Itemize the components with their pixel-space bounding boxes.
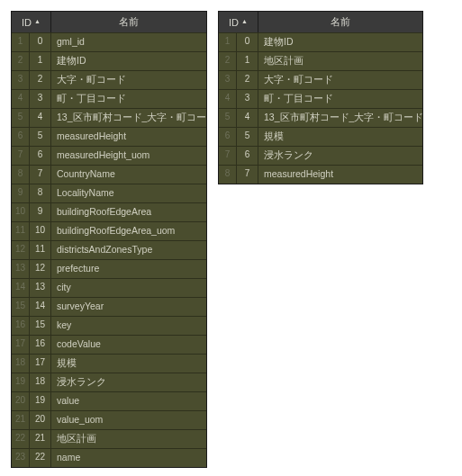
row-id: 17 [30,355,51,373]
row-id: 15 [30,317,51,335]
table-row[interactable]: 43町・丁目コード [219,89,422,108]
row-id: 10 [30,222,51,240]
row-id: 3 [30,90,51,108]
row-id: 5 [30,128,51,146]
row-name: districtsAndZonesType [51,241,206,259]
row-index: 8 [219,166,237,184]
row-id: 14 [30,298,51,316]
row-index: 4 [12,90,30,108]
table-row[interactable]: 1615key [12,316,206,335]
table-row[interactable]: 1110buildingRoofEdgeArea_uom [12,221,206,240]
row-index: 15 [12,298,30,316]
header-id[interactable]: ID ▲ [219,12,258,32]
row-id: 11 [30,241,51,259]
table-row[interactable]: 1312prefecture [12,259,206,278]
row-name: 大字・町コード [258,71,422,89]
row-id: 9 [30,203,51,221]
row-name: prefecture [51,260,206,278]
row-id: 4 [30,109,51,127]
row-name: buildingRoofEdgeArea_uom [51,222,206,240]
row-name: surveyYear [51,298,206,316]
row-name: 町・丁目コード [51,90,206,108]
table-header: ID ▲ 名前 [12,12,206,32]
row-index: 17 [12,336,30,354]
row-id: 13 [30,279,51,297]
row-id: 3 [237,90,258,108]
row-index: 6 [219,128,237,146]
table-row[interactable]: 21建物ID [12,51,206,70]
row-name: 浸水ランク [258,147,422,165]
row-name: value [51,392,206,410]
table-row[interactable]: 43町・丁目コード [12,89,206,108]
header-id[interactable]: ID ▲ [12,12,51,32]
table-row[interactable]: 65measuredHeight [12,127,206,146]
row-name: LocalityName [51,184,206,202]
row-index: 3 [12,71,30,89]
row-name: gml_id [51,33,206,51]
row-index: 16 [12,317,30,335]
row-index: 22 [12,430,30,448]
row-name: 建物ID [51,52,206,70]
row-index: 10 [12,203,30,221]
row-name: 浸水ランク [51,373,206,391]
header-name[interactable]: 名前 [51,12,206,32]
header-name[interactable]: 名前 [258,12,422,32]
table-row[interactable]: 2120value_uom [12,410,206,429]
row-name: key [51,317,206,335]
table-row[interactable]: 2322name [12,448,206,467]
header-name-label: 名前 [331,16,350,27]
table-row[interactable]: 98LocalityName [12,184,206,202]
tables-wrapper: ID ▲ 名前 10gml_id21建物ID32大字・町コード43町・丁目コード… [11,11,462,468]
table-row[interactable]: 5413_区市町村コード_大字・町コード_町・丁目コード [219,108,422,127]
row-id: 21 [30,430,51,448]
row-index: 21 [12,411,30,429]
table-row[interactable]: 1918浸水ランク [12,373,206,391]
table-row[interactable]: 76measuredHeight_uom [12,146,206,165]
table-row[interactable]: 32大字・町コード [12,70,206,89]
table-row[interactable]: 2221地区計画 [12,429,206,448]
table-row[interactable]: 1716codeValue [12,335,206,354]
field-table-right: ID ▲ 名前 10建物ID21地区計画32大字・町コード43町・丁目コード54… [218,11,423,184]
table-row[interactable]: 2019value [12,391,206,410]
row-name: measuredHeight [51,128,206,146]
row-name: value_uom [51,411,206,429]
table-row[interactable]: 1817規模 [12,354,206,373]
table-row[interactable]: 65規模 [219,127,422,146]
row-index: 5 [12,109,30,127]
row-index: 7 [219,147,237,165]
table-row[interactable]: 32大字・町コード [219,70,422,89]
table-row[interactable]: 1413city [12,278,206,297]
table-row[interactable]: 10gml_id [12,32,206,51]
table-body-right: 10建物ID21地区計画32大字・町コード43町・丁目コード5413_区市町村コ… [219,32,422,184]
table-row[interactable]: 1211districtsAndZonesType [12,240,206,259]
row-index: 1 [12,33,30,51]
table-row[interactable]: 87measuredHeight [219,165,422,184]
row-index: 18 [12,355,30,373]
row-id: 0 [237,33,258,51]
row-index: 14 [12,279,30,297]
table-row[interactable]: 109buildingRoofEdgeArea [12,202,206,221]
table-row[interactable]: 5413_区市町村コード_大字・町コード_町・丁目コード [12,108,206,127]
table-row[interactable]: 1514surveyYear [12,297,206,316]
row-id: 18 [30,373,51,391]
field-table-left: ID ▲ 名前 10gml_id21建物ID32大字・町コード43町・丁目コード… [11,11,207,468]
row-index: 23 [12,449,30,467]
row-id: 8 [30,184,51,202]
table-row[interactable]: 76浸水ランク [219,146,422,165]
row-id: 0 [30,33,51,51]
row-index: 3 [219,71,237,89]
header-id-label: ID [22,17,32,28]
row-id: 7 [237,166,258,184]
row-index: 2 [12,52,30,70]
table-row[interactable]: 10建物ID [219,32,422,51]
table-body-left: 10gml_id21建物ID32大字・町コード43町・丁目コード5413_区市町… [12,32,206,467]
row-id: 1 [237,52,258,70]
table-row[interactable]: 87CountryName [12,165,206,184]
row-id: 6 [237,147,258,165]
table-row[interactable]: 21地区計画 [219,51,422,70]
row-index: 19 [12,373,30,391]
row-index: 20 [12,392,30,410]
row-index: 2 [219,52,237,70]
row-id: 4 [237,109,258,127]
sort-asc-icon: ▲ [241,18,248,24]
